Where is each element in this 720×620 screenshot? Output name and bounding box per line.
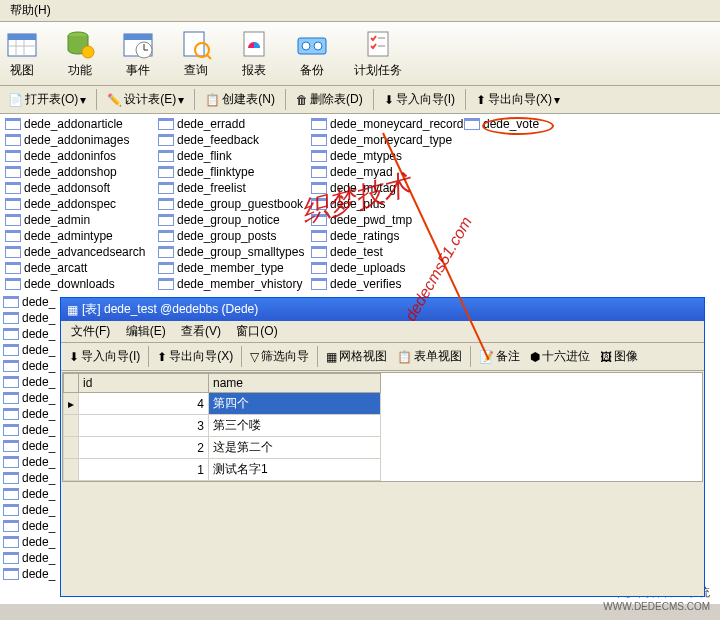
table-item[interactable]: dede_	[0, 502, 60, 518]
table-item[interactable]: dede_pwd_tmp	[308, 212, 461, 228]
delete-table-btn[interactable]: 🗑 删除表(D)	[292, 89, 367, 110]
table-item[interactable]: dede_ratings	[308, 228, 461, 244]
table-item[interactable]: dede_	[0, 374, 60, 390]
table-icon	[311, 134, 327, 146]
inner-toolbar: ⬇ 导入向导(I) ⬆ 导出向导(X) ▽ 筛选向导 ▦ 网格视图 📋 表单视图…	[61, 343, 704, 371]
table-row[interactable]: ▸4第四个	[64, 393, 381, 415]
formview-btn[interactable]: 📋 表单视图	[393, 346, 466, 367]
import-wizard-btn[interactable]: ⬇ 导入向导(I)	[380, 89, 459, 110]
hex-btn[interactable]: ⬢ 十六进位	[526, 346, 594, 367]
table-item[interactable]: dede_erradd	[155, 116, 308, 132]
table-item[interactable]: dede_feedback	[155, 132, 308, 148]
table-item[interactable]: dede_moneycard_record	[308, 116, 461, 132]
tb-report[interactable]: 报表	[234, 26, 274, 81]
export-btn[interactable]: ⬆ 导出向导(X)	[153, 346, 237, 367]
memo-btn[interactable]: 📝 备注	[475, 346, 524, 367]
table-item[interactable]: dede_addonspec	[2, 196, 155, 212]
table-item[interactable]: dede_moneycard_type	[308, 132, 461, 148]
table-item[interactable]: dede_	[0, 342, 60, 358]
table-item[interactable]: dede_	[0, 310, 60, 326]
table-icon	[158, 230, 174, 242]
table-icon	[5, 278, 21, 290]
table-item[interactable]: dede_group_notice	[155, 212, 308, 228]
table-item[interactable]: dede_	[0, 518, 60, 534]
table-item[interactable]: dede_	[0, 406, 60, 422]
create-table-btn[interactable]: 📋 创建表(N)	[201, 89, 279, 110]
table-item[interactable]: dede_myad	[308, 164, 461, 180]
image-btn[interactable]: 🖼 图像	[596, 346, 642, 367]
svg-point-6	[82, 46, 94, 58]
open-table-btn[interactable]: 📄 打开表(O) ▾	[4, 89, 90, 110]
table-icon	[311, 278, 327, 290]
table-item[interactable]: dede_test	[308, 244, 461, 260]
table-item[interactable]: dede_member_vhistory	[155, 276, 308, 292]
window-titlebar[interactable]: ▦ [表] dede_test @dedebbs (Dede)	[61, 298, 704, 321]
table-item[interactable]: dede_	[0, 294, 60, 310]
table-item[interactable]: dede_	[0, 390, 60, 406]
table-icon	[158, 262, 174, 274]
table-item[interactable]: dede_flink	[155, 148, 308, 164]
table-item[interactable]: dede_	[0, 358, 60, 374]
table-item[interactable]: dede_group_smalltypes	[155, 244, 308, 260]
filter-btn[interactable]: ▽ 筛选向导	[246, 346, 313, 367]
menu-edit[interactable]: 编辑(E)	[120, 322, 172, 340]
table-item[interactable]: dede_	[0, 550, 60, 566]
table-item[interactable]: dede_	[0, 486, 60, 502]
table-item[interactable]: dede_flinktype	[155, 164, 308, 180]
table-item[interactable]: dede_mtypes	[308, 148, 461, 164]
table-icon	[3, 536, 19, 548]
table-item[interactable]: dede_arcatt	[2, 260, 155, 276]
table-row[interactable]: 2这是第二个	[64, 437, 381, 459]
table-item[interactable]: dede_addonarticle	[2, 116, 155, 132]
table-item[interactable]: dede_vote	[461, 116, 614, 132]
design-table-btn[interactable]: ✏️ 设计表(E) ▾	[103, 89, 188, 110]
table-item[interactable]: dede_downloads	[2, 276, 155, 292]
table-item[interactable]: dede_	[0, 454, 60, 470]
export-wizard-btn[interactable]: ⬆ 导出向导(X) ▾	[472, 89, 564, 110]
table-icon	[311, 214, 327, 226]
table-item[interactable]: dede_uploads	[308, 260, 461, 276]
table-item[interactable]: dede_mytag	[308, 180, 461, 196]
table-item[interactable]: dede_group_guestbook	[155, 196, 308, 212]
table-item[interactable]: dede_	[0, 422, 60, 438]
gridview-btn[interactable]: ▦ 网格视图	[322, 346, 391, 367]
table-icon	[5, 150, 21, 162]
table-item[interactable]: dede_	[0, 326, 60, 342]
table-item[interactable]: dede_	[0, 438, 60, 454]
table-icon	[3, 568, 19, 580]
col-id[interactable]: id	[79, 374, 209, 393]
table-item[interactable]: dede_	[0, 470, 60, 486]
table-row[interactable]: 1测试名字1	[64, 459, 381, 481]
table-item[interactable]: dede_addonsoft	[2, 180, 155, 196]
table-item[interactable]: dede_group_posts	[155, 228, 308, 244]
table-item[interactable]: dede_	[0, 566, 60, 582]
table-icon	[3, 424, 19, 436]
menu-help[interactable]: 帮助(H)	[4, 1, 57, 19]
table-item[interactable]: dede_member_type	[155, 260, 308, 276]
menu-window[interactable]: 窗口(O)	[230, 322, 283, 340]
tb-events[interactable]: 事件	[118, 26, 158, 81]
table-item[interactable]: dede_admintype	[2, 228, 155, 244]
table-item[interactable]: dede_plus	[308, 196, 461, 212]
tb-query[interactable]: 查询	[176, 26, 216, 81]
tb-schedule[interactable]: 计划任务	[350, 26, 406, 81]
table-icon	[311, 230, 327, 242]
import-btn[interactable]: ⬇ 导入向导(I)	[65, 346, 144, 367]
table-item[interactable]: dede_addonshop	[2, 164, 155, 180]
table-item[interactable]: dede_verifies	[308, 276, 461, 292]
table-item[interactable]: dede_freelist	[155, 180, 308, 196]
tb-backup[interactable]: 备份	[292, 26, 332, 81]
menu-file[interactable]: 文件(F)	[65, 322, 116, 340]
table-item[interactable]: dede_admin	[2, 212, 155, 228]
table-item[interactable]: dede_advancedsearch	[2, 244, 155, 260]
table-row[interactable]: 3第三个喽	[64, 415, 381, 437]
table-item[interactable]: dede_addoninfos	[2, 148, 155, 164]
table-item[interactable]: dede_	[0, 534, 60, 550]
table-item[interactable]: dede_addonimages	[2, 132, 155, 148]
tb-view[interactable]: 视图	[2, 26, 42, 81]
col-name[interactable]: name	[209, 374, 381, 393]
table-icon	[311, 150, 327, 162]
tb-functions[interactable]: 功能	[60, 26, 100, 81]
menu-view[interactable]: 查看(V)	[175, 322, 227, 340]
data-grid[interactable]: idname ▸4第四个3第三个喽2这是第二个1测试名字1	[62, 372, 703, 482]
